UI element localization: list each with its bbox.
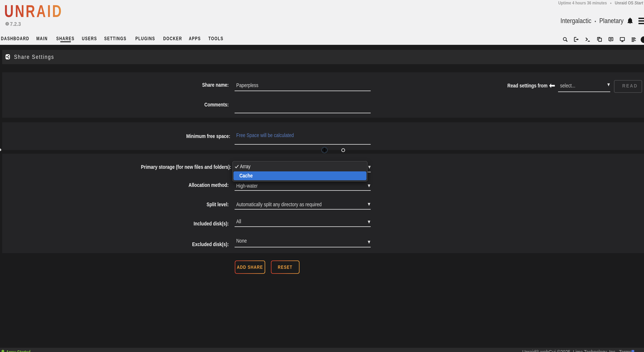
svg-text:UNRAID: UNRAID <box>4 5 63 18</box>
